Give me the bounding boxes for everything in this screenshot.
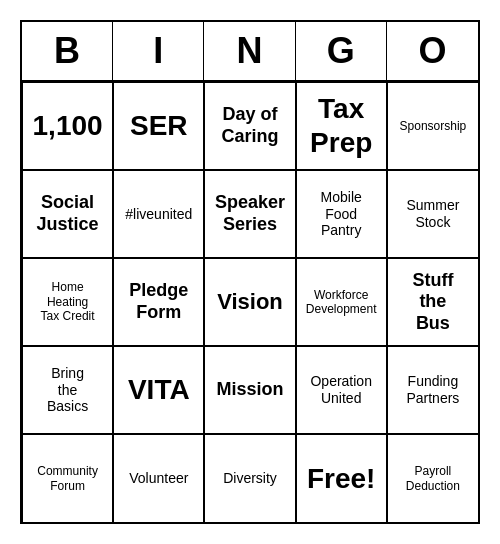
cell-text: SpeakerSeries (215, 192, 285, 235)
cell-text: StufftheBus (412, 270, 453, 335)
bingo-grid: 1,100SERDay ofCaringTaxPrepSponsorshipSo… (22, 82, 478, 522)
bingo-cell: Diversity (204, 434, 295, 522)
bingo-cell: MobileFoodPantry (296, 170, 387, 258)
bingo-cell: OperationUnited (296, 346, 387, 434)
bingo-header: BINGO (22, 22, 478, 82)
cell-text: Free! (307, 462, 375, 496)
cell-text: HomeHeatingTax Credit (41, 280, 95, 323)
bingo-cell: TaxPrep (296, 82, 387, 170)
cell-text: SER (130, 109, 188, 143)
bingo-cell: PledgeForm (113, 258, 204, 346)
bingo-cell: VITA (113, 346, 204, 434)
cell-text: MobileFoodPantry (321, 189, 362, 239)
cell-text: Diversity (223, 470, 277, 487)
bingo-cell: Sponsorship (387, 82, 478, 170)
bingo-cell: 1,100 (22, 82, 113, 170)
cell-text: Mission (216, 379, 283, 401)
cell-text: Volunteer (129, 470, 188, 487)
bingo-cell: StufftheBus (387, 258, 478, 346)
bingo-cell: FundingPartners (387, 346, 478, 434)
bingo-cell: Vision (204, 258, 295, 346)
header-letter: B (22, 22, 113, 80)
cell-text: 1,100 (33, 109, 103, 143)
cell-text: TaxPrep (310, 92, 372, 159)
cell-text: CommunityForum (37, 464, 98, 493)
cell-text: PayrollDeduction (406, 464, 460, 493)
bingo-cell: HomeHeatingTax Credit (22, 258, 113, 346)
cell-text: WorkforceDevelopment (306, 288, 377, 317)
bingo-cell: Free! (296, 434, 387, 522)
bingo-cell: PayrollDeduction (387, 434, 478, 522)
cell-text: BringtheBasics (47, 365, 88, 415)
header-letter: G (296, 22, 387, 80)
bingo-cell: CommunityForum (22, 434, 113, 522)
cell-text: Sponsorship (400, 119, 467, 133)
bingo-cell: SpeakerSeries (204, 170, 295, 258)
bingo-card: BINGO 1,100SERDay ofCaringTaxPrepSponsor… (20, 20, 480, 524)
header-letter: I (113, 22, 204, 80)
header-letter: N (204, 22, 295, 80)
cell-text: FundingPartners (406, 373, 459, 407)
bingo-cell: Mission (204, 346, 295, 434)
cell-text: PledgeForm (129, 280, 188, 323)
cell-text: #liveunited (125, 206, 192, 223)
bingo-cell: Volunteer (113, 434, 204, 522)
cell-text: Vision (217, 289, 283, 315)
bingo-cell: Day ofCaring (204, 82, 295, 170)
cell-text: SocialJustice (37, 192, 99, 235)
header-letter: O (387, 22, 478, 80)
bingo-cell: SER (113, 82, 204, 170)
bingo-cell: WorkforceDevelopment (296, 258, 387, 346)
bingo-cell: SocialJustice (22, 170, 113, 258)
cell-text: SummerStock (406, 197, 459, 231)
cell-text: VITA (128, 373, 190, 407)
bingo-cell: SummerStock (387, 170, 478, 258)
bingo-cell: BringtheBasics (22, 346, 113, 434)
cell-text: Day ofCaring (221, 104, 278, 147)
cell-text: OperationUnited (310, 373, 371, 407)
bingo-cell: #liveunited (113, 170, 204, 258)
